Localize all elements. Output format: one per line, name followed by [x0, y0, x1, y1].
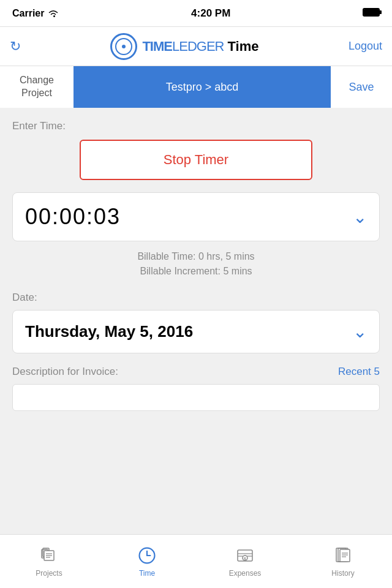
billable-increment-value: 5 mins — [223, 266, 252, 276]
timer-chevron-icon: ⌄ — [353, 207, 367, 227]
save-button[interactable]: Save — [331, 66, 392, 108]
wifi-icon — [48, 9, 59, 18]
timer-value: 00:00:03 — [25, 204, 121, 230]
carrier-text: Carrier — [12, 8, 59, 19]
date-value: Thursday, May 5, 2016 — [25, 322, 193, 341]
tab-projects[interactable]: Projects — [0, 541, 98, 582]
tab-expenses[interactable]: $ Expenses — [196, 541, 294, 582]
expenses-tab-label: Expenses — [229, 569, 262, 578]
tab-bar: Projects Time $ Expenses — [0, 534, 392, 588]
billable-info: Billable Time: 0 hrs, 5 mins Billable In… — [12, 251, 380, 277]
date-display[interactable]: Thursday, May 5, 2016 ⌄ — [12, 310, 380, 353]
history-tab-label: History — [331, 569, 354, 578]
tab-time[interactable]: Time — [98, 541, 196, 582]
tab-history[interactable]: History — [294, 541, 392, 582]
logo-text: TIMELEDGER Time — [142, 39, 258, 55]
battery-icon — [363, 8, 380, 19]
description-input[interactable] — [12, 384, 380, 411]
history-icon — [333, 546, 353, 565]
timer-display[interactable]: 00:00:03 ⌄ — [12, 192, 380, 241]
billable-time-row: Billable Time: 0 hrs, 5 mins — [12, 251, 380, 262]
logo-icon — [110, 33, 137, 60]
logout-button[interactable]: Logout — [349, 40, 382, 53]
projects-tab-label: Projects — [36, 569, 62, 578]
project-name: Testpro > abcd — [74, 81, 331, 94]
project-bar: Change Project Testpro > abcd Save — [0, 66, 392, 108]
stop-timer-button[interactable]: Stop Timer — [80, 140, 312, 180]
date-chevron-icon: ⌄ — [353, 322, 367, 342]
time-tab-label: Time — [139, 569, 155, 578]
svg-text:$: $ — [244, 556, 246, 561]
description-label: Description for Invoice: — [12, 366, 118, 378]
date-label: Date: — [12, 292, 380, 304]
nav-bar: ↻ TIMELEDGER Time Logout — [0, 27, 392, 66]
status-time: 4:20 PM — [191, 7, 230, 20]
refresh-button[interactable]: ↻ — [10, 39, 21, 55]
billable-increment-row: Billable Increment: 5 mins — [12, 266, 380, 277]
svg-rect-16 — [340, 549, 350, 562]
app-logo: TIMELEDGER Time — [110, 33, 258, 60]
time-icon — [137, 546, 157, 565]
enter-time-label: Enter Time: — [12, 120, 380, 132]
billable-time-value: 0 hrs, 5 mins — [198, 251, 255, 262]
recent-button[interactable]: Recent 5 — [338, 366, 380, 378]
description-header: Description for Invoice: Recent 5 — [12, 366, 380, 378]
main-content: Enter Time: Stop Timer 00:00:03 ⌄ Billab… — [0, 108, 392, 411]
change-project-button[interactable]: Change Project — [0, 66, 74, 108]
status-bar: Carrier 4:20 PM — [0, 0, 392, 27]
projects-icon — [39, 546, 59, 565]
expenses-icon: $ — [235, 546, 255, 565]
